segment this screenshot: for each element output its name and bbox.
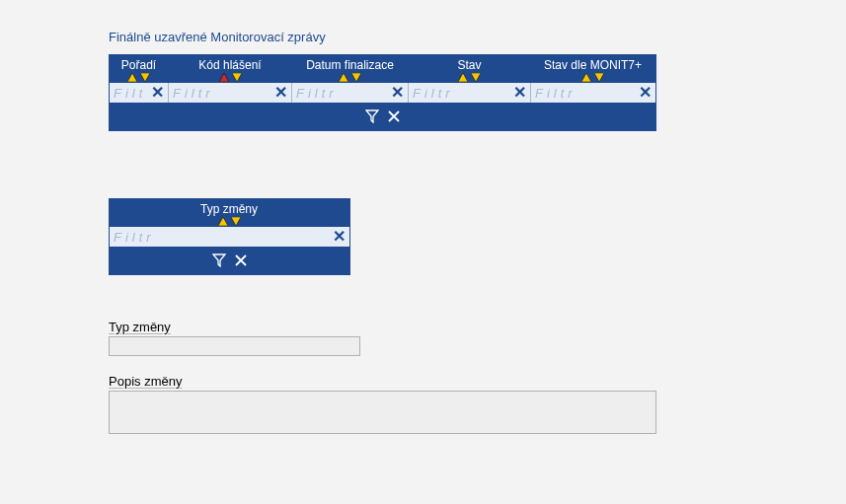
sort-desc-icon[interactable]	[594, 73, 604, 82]
grid2-filter-row: ✕	[110, 227, 349, 247]
sort-desc-icon[interactable]	[232, 73, 242, 82]
grid2-toolbar	[110, 247, 349, 274]
svg-marker-4	[339, 73, 348, 82]
sort-asc-icon[interactable]	[339, 73, 348, 82]
popis-zmeny-label: Popis změny	[109, 374, 846, 389]
close-icon[interactable]: ✕	[147, 85, 168, 101]
sort-asc-icon[interactable]	[219, 73, 229, 82]
sort-icons	[411, 73, 528, 82]
svg-marker-10	[218, 217, 228, 226]
column-header[interactable]: Stav dle MONIT7+	[531, 55, 655, 83]
grid1-toolbar	[110, 103, 655, 130]
filter-input[interactable]	[169, 83, 270, 103]
filter-cell: ✕	[292, 83, 409, 103]
clear-filter-icon[interactable]	[234, 253, 248, 267]
svg-marker-2	[219, 73, 229, 82]
column-label: Typ změny	[200, 202, 258, 216]
sort-desc-icon[interactable]	[231, 217, 241, 226]
sort-desc-icon[interactable]	[471, 73, 481, 82]
close-icon[interactable]: ✕	[329, 229, 349, 245]
funnel-icon[interactable]	[365, 109, 379, 123]
column-label: Stav	[457, 58, 481, 72]
column-label: Datum finalizace	[306, 58, 394, 72]
filter-input[interactable]	[292, 83, 387, 103]
svg-marker-7	[471, 73, 481, 82]
filter-cell: ✕	[169, 83, 292, 103]
filter-input[interactable]	[531, 83, 635, 103]
typ-zmeny-field[interactable]	[109, 336, 360, 356]
sort-desc-icon[interactable]	[351, 73, 361, 82]
popis-zmeny-field[interactable]	[109, 391, 656, 434]
svg-marker-9	[594, 73, 604, 82]
column-label: Kód hlášení	[198, 58, 261, 72]
filter-cell: ✕	[110, 227, 349, 247]
sort-icons	[171, 73, 289, 82]
grid1-header-row: PořadíKód hlášeníDatum finalizaceStavSta…	[110, 55, 655, 83]
svg-marker-3	[232, 73, 242, 82]
sort-desc-icon[interactable]	[140, 73, 150, 82]
filter-input[interactable]	[110, 227, 329, 247]
close-icon[interactable]: ✕	[270, 85, 291, 101]
typ-zmeny-label: Typ změny	[109, 320, 846, 334]
svg-marker-8	[581, 73, 591, 82]
column-label: Pořadí	[121, 58, 156, 72]
svg-marker-11	[231, 217, 241, 226]
filter-cell: ✕	[409, 83, 531, 103]
clear-filter-icon[interactable]	[387, 109, 401, 123]
filter-cell: ✕	[531, 83, 655, 103]
sort-asc-icon[interactable]	[218, 217, 228, 226]
sort-asc-icon[interactable]	[458, 73, 468, 82]
close-icon[interactable]: ✕	[635, 85, 655, 101]
change-type-grid: Typ změny ✕	[109, 198, 350, 275]
section-title: Finálně uzavřené Monitorovací zprávy	[109, 30, 846, 44]
svg-marker-0	[127, 73, 137, 82]
grid1-filter-row: ✕✕✕✕✕	[110, 83, 655, 103]
form-area: Typ změny Popis změny	[109, 320, 846, 437]
svg-marker-6	[458, 73, 468, 82]
close-icon[interactable]: ✕	[509, 85, 530, 101]
column-header[interactable]: Typ změny	[110, 199, 349, 227]
column-header[interactable]: Stav	[409, 55, 531, 83]
svg-marker-5	[351, 73, 361, 82]
sort-icons	[533, 73, 653, 82]
sort-asc-icon[interactable]	[127, 73, 137, 82]
grid2-header-row: Typ změny	[110, 199, 349, 227]
column-header[interactable]: Datum finalizace	[292, 55, 409, 83]
closed-reports-grid: PořadíKód hlášeníDatum finalizaceStavSta…	[109, 54, 656, 131]
funnel-icon[interactable]	[212, 253, 226, 267]
sort-icons	[294, 73, 406, 82]
column-header[interactable]: Kód hlášení	[169, 55, 292, 83]
filter-cell: ✕	[110, 83, 169, 103]
sort-asc-icon[interactable]	[581, 73, 591, 82]
filter-input[interactable]	[110, 83, 147, 103]
column-header[interactable]: Pořadí	[110, 55, 169, 83]
sort-icons	[112, 73, 166, 82]
column-label: Stav dle MONIT7+	[544, 58, 642, 72]
filter-input[interactable]	[409, 83, 509, 103]
svg-marker-1	[140, 73, 150, 82]
close-icon[interactable]: ✕	[387, 85, 408, 101]
sort-icons	[112, 217, 346, 226]
